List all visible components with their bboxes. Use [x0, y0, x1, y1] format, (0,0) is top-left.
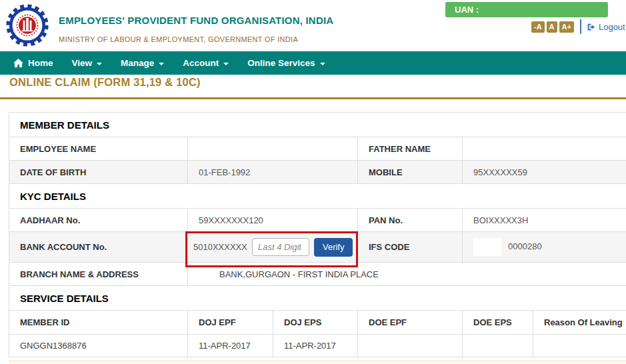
verify-button[interactable]: Verify — [314, 238, 353, 257]
dob-label: DATE OF BIRTH — [9, 161, 188, 184]
nav-item-view[interactable]: View — [63, 51, 112, 75]
header-controls: -A A A+ Logout — [531, 19, 625, 34]
header-divider — [580, 19, 581, 34]
chevron-down-icon — [320, 63, 325, 65]
font-decrease-button[interactable]: -A — [531, 21, 545, 33]
nav-item-account[interactable]: Account — [173, 51, 238, 75]
app-header: EMPLOYEES' PROVIDENT FUND ORGANISATION, … — [0, 0, 626, 51]
main-navbar: Home View Manage Account Online Services — [0, 51, 626, 75]
column-header-doj-eps: DOJ EPS — [273, 311, 358, 335]
service-data-row: GNGGN1368876 11-APR-2017 11-APR-2017 — [9, 335, 626, 357]
claim-form-panel: MEMBER DETAILS EMPLOYEE NAME FATHER NAME… — [9, 112, 626, 357]
father-name-label: FATHER NAME — [358, 137, 463, 161]
branch-value: BANK,GURGAON - FIRST INDIA PLACE — [188, 263, 626, 286]
column-header-member-id: MEMBER ID — [9, 311, 188, 335]
doe-eps-value — [463, 335, 533, 357]
ifs-code-cell: 0000280 — [463, 232, 626, 263]
bank-account-label: BANK ACCOUNT No. — [9, 232, 188, 263]
nav-item-manage[interactable]: Manage — [111, 51, 173, 75]
page-title: ONLINE CLAIM (FORM 31,19 & 10C) — [9, 76, 201, 89]
ministry-subtitle: MINISTRY OF LABOUR & EMPLOYMENT, GOVERNM… — [59, 35, 298, 43]
logout-button[interactable]: Logout — [587, 22, 625, 32]
branch-row: BRANCH NAME & ADDRESS BANK,GURGAON - FIR… — [9, 263, 626, 286]
chevron-down-icon — [97, 63, 102, 65]
org-title: EMPLOYEES' PROVIDENT FUND ORGANISATION, … — [59, 15, 333, 26]
bank-account-masked-value: 5010XXXXXX — [193, 242, 247, 252]
dob-value: 01-FEB-1992 — [188, 161, 358, 184]
nav-item-online-services[interactable]: Online Services — [238, 51, 334, 75]
aadhaar-label: AADHAAR No. — [9, 209, 188, 232]
table-row: DATE OF BIRTH 01-FEB-1992 MOBILE 95XXXXX… — [9, 161, 626, 184]
notice-strip — [9, 360, 626, 364]
pan-value: BOIXXXXX3H — [463, 209, 626, 232]
bank-account-cell: 5010XXXXXX Verify i — [188, 232, 358, 263]
service-details-table: SERVICE DETAILS MEMBER ID DOJ EPF DOJ EP… — [9, 285, 626, 357]
mobile-label: MOBILE — [358, 161, 463, 184]
logout-label: Logout — [599, 22, 625, 32]
bank-account-row: BANK ACCOUNT No. 5010XXXXXX Verify i IFS… — [9, 232, 626, 263]
member-details-section-title: MEMBER DETAILS — [9, 113, 626, 137]
nav-home-label: Home — [28, 58, 53, 68]
pan-label: PAN No. — [358, 209, 463, 232]
ifs-redaction-box — [473, 238, 501, 256]
branch-label: BRANCH NAME & ADDRESS — [9, 263, 188, 286]
ifs-code-label: IFS CODE — [358, 232, 463, 263]
doj-epf-value: 11-APR-2017 — [188, 335, 273, 357]
font-increase-button[interactable]: A+ — [559, 21, 574, 33]
service-details-section-title: SERVICE DETAILS — [9, 286, 626, 311]
font-normal-button[interactable]: A — [547, 21, 557, 33]
table-row: EMPLOYEE NAME FATHER NAME — [9, 137, 626, 161]
column-header-doe-eps: DOE EPS — [463, 311, 533, 335]
service-header-row: MEMBER ID DOJ EPF DOJ EPS DOE EPF DOE EP… — [9, 311, 626, 335]
chevron-down-icon — [223, 63, 229, 65]
uan-bar: UAN : — [445, 2, 608, 17]
aadhaar-value: 59XXXXXXX120 — [188, 209, 358, 232]
epfo-logo-icon — [5, 3, 49, 47]
doj-eps-value: 11-APR-2017 — [273, 335, 358, 357]
column-header-doe-epf: DOE EPF — [358, 311, 463, 335]
doe-epf-value — [358, 335, 463, 357]
title-underline — [0, 97, 626, 99]
nav-online-services-label: Online Services — [247, 58, 315, 68]
logout-icon — [587, 23, 595, 31]
mobile-value: 95XXXXXX59 — [463, 161, 626, 184]
home-icon — [13, 59, 23, 67]
kyc-details-section-title: KYC DETAILS — [9, 184, 626, 209]
member-kyc-table: MEMBER DETAILS EMPLOYEE NAME FATHER NAME… — [9, 112, 626, 286]
ifs-code-value: 0000280 — [508, 241, 542, 251]
employee-name-value — [188, 137, 358, 161]
column-header-reason-of-leaving: Reason Of Leaving — [533, 311, 626, 335]
bank-last4-input[interactable] — [252, 238, 309, 256]
nav-item-home[interactable]: Home — [4, 51, 63, 75]
nav-view-label: View — [72, 58, 93, 68]
father-name-value — [463, 137, 626, 161]
table-row: AADHAAR No. 59XXXXXXX120 PAN No. BOIXXXX… — [9, 209, 626, 232]
nav-manage-label: Manage — [121, 58, 154, 68]
chevron-down-icon — [159, 63, 164, 65]
reason-of-leaving-value — [533, 335, 626, 357]
employee-name-label: EMPLOYEE NAME — [9, 137, 188, 161]
nav-account-label: Account — [183, 58, 219, 68]
member-id-value: GNGGN1368876 — [9, 335, 188, 357]
column-header-doj-epf: DOJ EPF — [188, 311, 273, 335]
